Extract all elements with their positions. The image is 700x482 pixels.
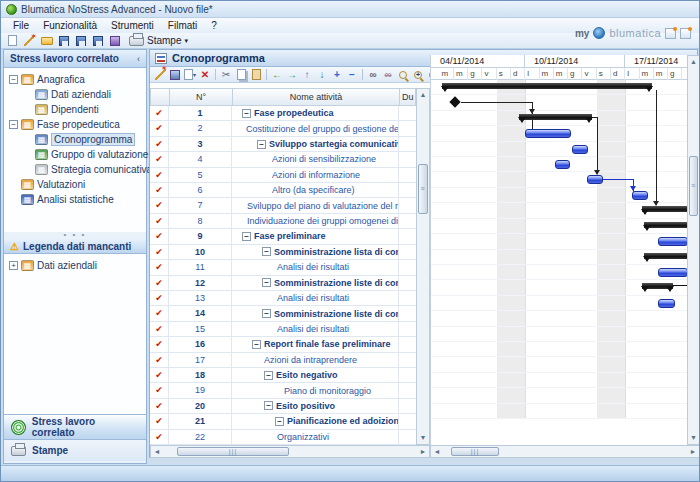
row-check-icon[interactable]: ✔	[150, 121, 169, 135]
table-row[interactable]: ✔4Azioni di sensibilizzazione	[150, 152, 416, 167]
row-check-icon[interactable]: ✔	[150, 399, 169, 413]
collapse-box-icon[interactable]: −	[262, 247, 271, 256]
table-row[interactable]: ✔6Altro (da specificare)	[150, 183, 416, 198]
row-check-icon[interactable]: ✔	[150, 276, 169, 290]
table-row[interactable]: ✔11Analisi dei risultati	[150, 260, 416, 275]
row-activity-name[interactable]: Analisi dei risultati	[232, 260, 399, 274]
collapse-box-icon[interactable]: −	[242, 232, 251, 241]
row-check-icon[interactable]: ✔	[150, 291, 169, 305]
table-row[interactable]: ✔8Individuazione dei gruppi omogenei di …	[150, 214, 416, 229]
tree-item-analisi-statistiche[interactable]: ▦Analisi statistiche	[6, 192, 144, 207]
zoom-icon[interactable]	[396, 68, 410, 81]
row-activity-name[interactable]: Sviluppo del piano di valutazione del ri…	[232, 198, 399, 212]
row-activity-name[interactable]: Analisi dei risultati	[232, 291, 399, 305]
row-activity-name[interactable]: −Sviluppo startegia comunicativa e di co…	[232, 137, 399, 151]
link-tasks-icon[interactable]: ∞	[366, 68, 380, 81]
num-column-header[interactable]: N°	[170, 88, 233, 106]
collapse-all-icon[interactable]: −	[345, 68, 359, 81]
table-row[interactable]: ✔20−Esito positivo	[150, 399, 416, 414]
gantt-task-bar[interactable]	[587, 175, 603, 184]
table-row[interactable]: ✔15Analisi dei risultati	[150, 322, 416, 337]
move-up-icon[interactable]: ↑	[300, 68, 314, 81]
scroll-left-icon[interactable]: ◄	[431, 446, 443, 457]
gantt-milestone-icon[interactable]	[449, 97, 460, 108]
collapse-box-icon[interactable]: −	[275, 417, 284, 426]
gantt-summary-bar[interactable]	[442, 83, 652, 89]
row-activity-name[interactable]: Individuazione dei gruppi omogenei di la…	[232, 214, 399, 228]
row-check-icon[interactable]: ✔	[150, 198, 169, 212]
menu-item-strumenti[interactable]: Strumenti	[105, 19, 160, 32]
save-all-icon[interactable]	[90, 34, 105, 47]
tree-item-gruppo-di-valutazione[interactable]: ▦Gruppo di valutazione	[6, 147, 144, 162]
row-activity-name[interactable]: Azioni da intraprendere	[232, 353, 399, 367]
row-activity-name[interactable]: Organizzativi	[232, 430, 399, 444]
table-row[interactable]: ✔21−Pianificazione ed adoizione di inte	[150, 414, 416, 429]
tree-item-dati-aziendali[interactable]: ▦Dati aziendali	[6, 87, 144, 102]
duration-column-header[interactable]: Du	[400, 88, 416, 106]
row-check-icon[interactable]: ✔	[150, 260, 169, 274]
tree-item-anagrafica[interactable]: −▦Anagrafica	[6, 72, 144, 87]
tree-item-dati-aziendali[interactable]: +▦Dati aziendali	[6, 258, 144, 273]
row-check-icon[interactable]: ✔	[150, 353, 169, 367]
collapse-box-icon[interactable]: −	[262, 309, 271, 318]
tree-expander-icon[interactable]: +	[9, 261, 18, 270]
row-activity-name[interactable]: Azioni di sensibilizzazione	[232, 152, 399, 166]
open-file-icon[interactable]	[39, 34, 54, 47]
collapse-box-icon[interactable]: −	[264, 401, 273, 410]
collapse-box-icon[interactable]: −	[262, 278, 271, 287]
new-task-icon[interactable]: ▾	[183, 68, 197, 81]
row-activity-name[interactable]: −Somministrazione liste di controllo "fa…	[232, 306, 399, 320]
title-bar[interactable]: Blumatica NoStress Advanced - Nuovo file…	[1, 1, 700, 18]
collapse-box-icon[interactable]: −	[252, 340, 261, 349]
calendar-icon[interactable]	[168, 68, 182, 81]
table-row[interactable]: ✔13Analisi dei risultati	[150, 291, 416, 306]
row-activity-name[interactable]: Costituzione del gruppo di gestione dell…	[232, 121, 399, 135]
table-row[interactable]: ✔7Sviluppo del piano di valutazione del …	[150, 198, 416, 213]
row-activity-name[interactable]: Altro (da specificare)	[232, 183, 399, 197]
row-check-icon[interactable]: ✔	[150, 214, 169, 228]
collapse-box-icon[interactable]: −	[257, 140, 266, 149]
collapse-box-icon[interactable]: −	[264, 371, 273, 380]
row-check-icon[interactable]: ✔	[150, 152, 169, 166]
gantt-task-bar[interactable]	[658, 237, 687, 246]
gantt-vscrollbar[interactable]: ▲ ≡ ▼	[687, 55, 700, 445]
row-activity-name[interactable]: −Esito negativo	[232, 368, 399, 382]
row-check-icon[interactable]: ✔	[150, 337, 169, 351]
row-activity-name[interactable]: Azioni di informazione	[232, 168, 399, 182]
wizard-icon[interactable]	[22, 34, 37, 47]
table-row[interactable]: ✔9−Fase preliminare	[150, 229, 416, 244]
nav-button-stress-lavoro-correlato[interactable]: Stress lavoro correlato	[4, 414, 146, 439]
row-activity-name[interactable]: −Esito positivo	[232, 399, 399, 413]
zoom-in-icon[interactable]: +	[411, 68, 425, 81]
scroll-left-icon[interactable]: ◄	[151, 446, 163, 457]
row-activity-name[interactable]: −Somministrazione liste di controllo "fa…	[232, 276, 399, 290]
row-check-icon[interactable]: ✔	[150, 183, 169, 197]
expand-all-icon[interactable]: +	[330, 68, 344, 81]
tree-item-valutazioni[interactable]: ▦Valutazioni	[6, 177, 144, 192]
row-check-icon[interactable]: ✔	[150, 168, 169, 182]
collapse-chevron-icon[interactable]: ‹	[137, 54, 140, 64]
gantt-summary-bar[interactable]	[519, 114, 592, 120]
scroll-right-icon[interactable]: ►	[417, 446, 429, 457]
table-vscrollbar[interactable]: ▲ ≡ ▼	[416, 88, 430, 445]
nav-button-stampe[interactable]: Stampe	[4, 439, 146, 461]
table-row[interactable]: ✔14−Somministrazione liste di controllo …	[150, 306, 416, 321]
row-check-icon[interactable]: ✔	[150, 245, 169, 259]
collapse-box-icon[interactable]: −	[242, 109, 251, 118]
message-notification-icon[interactable]	[680, 28, 691, 39]
table-row[interactable]: ✔1−Fase propedeutica	[150, 106, 416, 121]
menu-item-[interactable]: ?	[205, 19, 223, 32]
table-row[interactable]: ✔3−Sviluppo startegia comunicativa e di …	[150, 137, 416, 152]
scroll-right-icon[interactable]: ►	[687, 446, 699, 457]
row-check-icon[interactable]: ✔	[150, 430, 169, 444]
scroll-up-icon[interactable]: ▲	[417, 89, 429, 101]
table-row[interactable]: ✔5Azioni di informazione	[150, 168, 416, 183]
table-row[interactable]: ✔19Piano di monitoraggio	[150, 383, 416, 398]
table-row[interactable]: ✔2Costituzione del gruppo di gestione de…	[150, 121, 416, 136]
save-as-icon[interactable]	[73, 34, 88, 47]
tree-item-fase-propedeutica[interactable]: −▦Fase propedeutica	[6, 117, 144, 132]
row-check-icon[interactable]: ✔	[150, 229, 169, 243]
row-check-icon[interactable]: ✔	[150, 322, 169, 336]
row-activity-name[interactable]: −Fase preliminare	[232, 229, 399, 243]
indent-icon[interactable]: →	[285, 68, 299, 81]
